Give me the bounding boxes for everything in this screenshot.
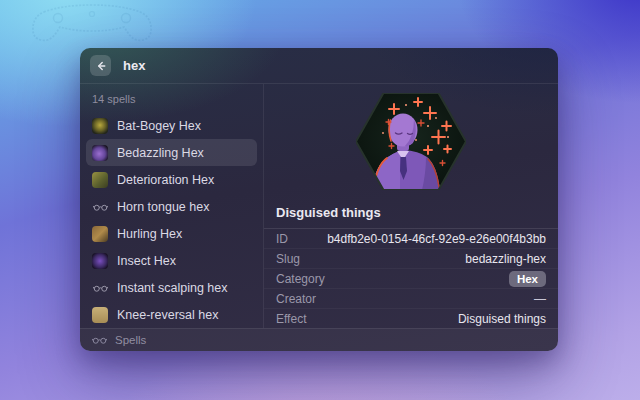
content-area: 14 spells Bat-Bogey Hex Bedazzling Hex D… xyxy=(80,84,558,328)
bedazzling-thumbnail-icon xyxy=(92,145,108,161)
gamepad-doodle-icon xyxy=(28,2,156,46)
detail-value-id: b4dfb2e0-0154-46cf-92e9-e26e00f4b3bb xyxy=(327,232,546,246)
hurling-thumbnail-icon xyxy=(92,226,108,242)
glasses-icon xyxy=(92,280,108,296)
spell-artwork-area xyxy=(264,84,558,198)
detail-panel: Disguised things ID b4dfb2e0-0154-46cf-9… xyxy=(263,84,558,328)
list-item-instant-scalping-hex[interactable]: Instant scalping hex xyxy=(86,274,257,301)
search-bar xyxy=(80,48,558,84)
detail-label: Effect xyxy=(276,312,306,326)
detail-row-effect: Effect Disguised things xyxy=(264,309,558,328)
detail-row-id: ID b4dfb2e0-0154-46cf-92e9-e26e00f4b3bb xyxy=(264,229,558,249)
list-item-hurling-hex[interactable]: Hurling Hex xyxy=(86,220,257,247)
category-badge: Hex xyxy=(509,271,546,287)
spell-list: Bat-Bogey Hex Bedazzling Hex Deteriorati… xyxy=(80,112,263,328)
list-item-label: Hurling Hex xyxy=(117,227,182,241)
list-item-label: Deterioration Hex xyxy=(117,173,214,187)
list-item-label: Bedazzling Hex xyxy=(117,146,204,160)
detail-row-category: Category Hex xyxy=(264,269,558,289)
bedazzled-figure-artwork xyxy=(356,93,466,190)
detail-label: ID xyxy=(276,232,288,246)
list-item-deterioration-hex[interactable]: Deterioration Hex xyxy=(86,166,257,193)
detail-label: Category xyxy=(276,272,325,286)
detail-label: Creator xyxy=(276,292,316,306)
list-item-bedazzling-hex[interactable]: Bedazzling Hex xyxy=(86,139,257,166)
list-item-label: Horn tongue hex xyxy=(117,200,209,214)
back-button[interactable] xyxy=(90,55,111,76)
detail-value-slug: bedazzling-hex xyxy=(465,252,546,266)
search-input[interactable] xyxy=(121,57,548,74)
detail-row-slug: Slug bedazzling-hex xyxy=(264,249,558,269)
detail-title: Disguised things xyxy=(264,198,558,229)
arrow-left-icon xyxy=(95,60,107,72)
glasses-icon xyxy=(92,335,107,345)
detail-row-creator: Creator — xyxy=(264,289,558,309)
results-panel: 14 spells Bat-Bogey Hex Bedazzling Hex D… xyxy=(80,84,263,328)
result-count: 14 spells xyxy=(80,84,263,112)
list-item-label: Bat-Bogey Hex xyxy=(117,119,201,133)
footer-label: Spells xyxy=(115,334,146,346)
list-item-insect-hex[interactable]: Insect Hex xyxy=(86,247,257,274)
list-item-horn-tongue-hex[interactable]: Horn tongue hex xyxy=(86,193,257,220)
detail-value-effect: Disguised things xyxy=(458,312,546,326)
list-item-label: Knee-reversal hex xyxy=(117,308,218,322)
bat-bogey-thumbnail-icon xyxy=(92,118,108,134)
list-item-bat-bogey-hex[interactable]: Bat-Bogey Hex xyxy=(86,112,257,139)
deterioration-thumbnail-icon xyxy=(92,172,108,188)
glasses-icon xyxy=(92,199,108,215)
knee-reversal-thumbnail-icon xyxy=(92,307,108,323)
detail-label: Slug xyxy=(276,252,300,266)
detail-value-creator: — xyxy=(534,292,546,306)
list-item-label: Instant scalping hex xyxy=(117,281,228,295)
footer-spells-tab[interactable]: Spells xyxy=(80,328,558,351)
spell-search-window: 14 spells Bat-Bogey Hex Bedazzling Hex D… xyxy=(80,48,558,351)
list-item-knee-reversal-hex[interactable]: Knee-reversal hex xyxy=(86,301,257,328)
list-item-label: Insect Hex xyxy=(117,254,176,268)
insect-thumbnail-icon xyxy=(92,253,108,269)
